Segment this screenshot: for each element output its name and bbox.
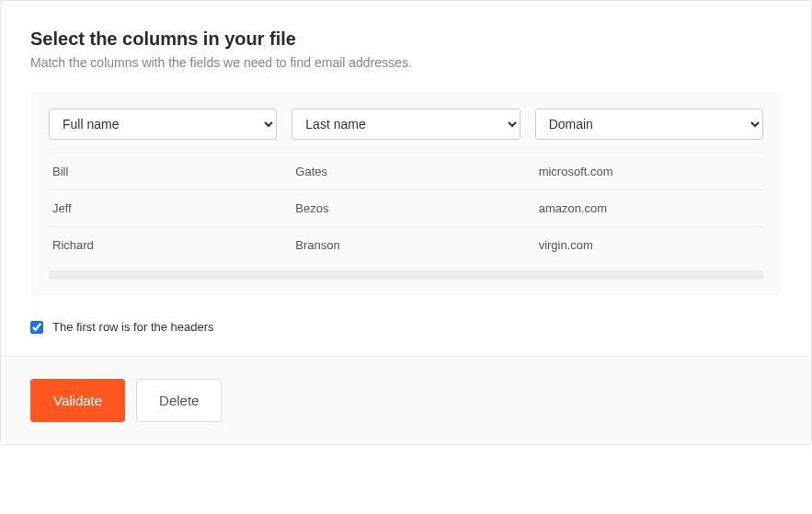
mapping-table: Full name Last name Domain Bill Gates mi… [30, 92, 782, 296]
validate-button[interactable]: Validate [30, 379, 125, 422]
table-row: Richard Branson virgin.com [49, 226, 763, 263]
column-select-1[interactable]: Last name [292, 109, 520, 140]
first-row-header-label: The first row is for the headers [52, 320, 214, 334]
first-row-header-checkbox[interactable] [30, 321, 43, 334]
card-body: Select the columns in your file Match th… [1, 1, 811, 356]
page-subtitle: Match the columns with the fields we nee… [30, 55, 782, 70]
column-select-row: Full name Last name Domain [49, 109, 763, 153]
table-row: Jeff Bezos amazon.com [49, 189, 763, 226]
cell-r2c0: Richard [49, 238, 277, 252]
cell-r2c1: Branson [292, 238, 520, 252]
cell-r1c1: Bezos [292, 201, 520, 215]
column-mapping-card: Select the columns in your file Match th… [0, 0, 812, 445]
cell-r1c2: amazon.com [535, 201, 763, 215]
cell-r2c2: virgin.com [535, 238, 763, 252]
delete-button[interactable]: Delete [136, 379, 222, 422]
column-select-0[interactable]: Full name [49, 109, 277, 140]
cell-r0c2: microsoft.com [535, 165, 763, 178]
table-row: Bill Gates microsoft.com [49, 153, 763, 189]
cell-r1c0: Jeff [49, 201, 277, 215]
cell-r0c0: Bill [49, 165, 277, 178]
cell-r0c1: Gates [292, 165, 520, 178]
horizontal-scrollbar[interactable] [49, 270, 763, 280]
card-footer: Validate Delete [1, 356, 811, 444]
first-row-header-toggle[interactable]: The first row is for the headers [30, 320, 782, 334]
page-title: Select the columns in your file [30, 29, 782, 50]
column-select-2[interactable]: Domain [535, 109, 763, 140]
